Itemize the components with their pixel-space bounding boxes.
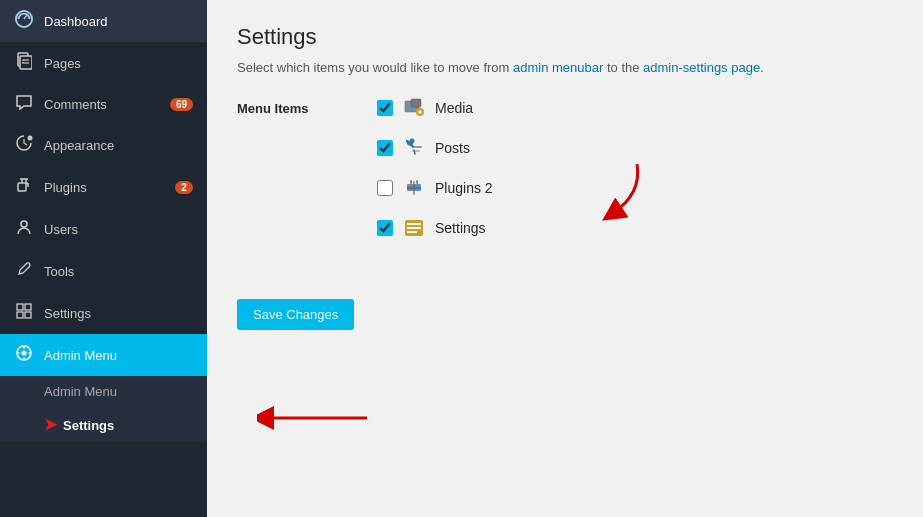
tools-icon — [14, 260, 34, 282]
admin-menu-icon — [14, 344, 34, 366]
sidebar-item-admin-menu-label: Admin Menu — [44, 348, 193, 363]
page-subtitle: Select which items you would like to mov… — [237, 60, 893, 75]
svg-rect-27 — [411, 99, 421, 107]
sidebar-item-appearance-label: Appearance — [44, 138, 193, 153]
svg-rect-7 — [18, 183, 26, 191]
checkbox-row-settings-item: Settings — [377, 217, 493, 239]
admin-menu-submenu: Admin Menu ➤Settings — [0, 376, 207, 442]
checkboxes-list: Media — [377, 97, 493, 239]
svg-point-6 — [28, 136, 33, 141]
dashboard-icon — [14, 10, 34, 32]
sidebar: Dashboard Pages Comments 69 — [0, 0, 207, 517]
save-changes-button[interactable]: Save Changes — [237, 299, 354, 330]
checkbox-posts[interactable] — [377, 140, 393, 156]
settings-icon — [14, 302, 34, 324]
plugins-badge: 2 — [175, 181, 193, 194]
checkbox-plugins2[interactable] — [377, 180, 393, 196]
svg-point-20 — [22, 351, 27, 356]
svg-rect-34 — [407, 184, 414, 191]
svg-rect-37 — [416, 180, 418, 184]
sidebar-item-admin-menu[interactable]: Admin Menu — [0, 334, 207, 376]
arrow-annotation — [557, 159, 647, 227]
plugins-icon — [14, 176, 34, 198]
sidebar-item-settings-label: Settings — [44, 306, 193, 321]
sidebar-item-appearance[interactable]: Appearance — [0, 124, 207, 166]
save-section: Save Changes — [237, 269, 354, 330]
settings-content: Menu Items Media — [237, 97, 893, 239]
checkbox-row-media: Media — [377, 97, 493, 119]
media-icon — [403, 97, 425, 119]
page-title: Settings — [237, 24, 893, 50]
sidebar-item-pages-label: Pages — [44, 56, 193, 71]
menu-items-label: Menu Items — [237, 97, 337, 239]
checkbox-row-posts: Posts — [377, 137, 493, 159]
sidebar-item-users[interactable]: Users — [0, 208, 207, 250]
svg-point-14 — [21, 221, 27, 227]
svg-rect-18 — [25, 312, 31, 318]
submenu-admin-menu[interactable]: Admin Menu — [0, 376, 207, 407]
users-icon — [14, 218, 34, 240]
appearance-icon — [14, 134, 34, 156]
comments-icon — [14, 94, 34, 114]
svg-rect-42 — [407, 231, 417, 233]
pages-icon — [14, 52, 34, 74]
submenu-arrow-icon: ➤ — [44, 415, 57, 434]
checkbox-plugins2-label: Plugins 2 — [435, 180, 493, 196]
svg-rect-31 — [412, 150, 420, 152]
svg-rect-17 — [17, 312, 23, 318]
svg-line-1 — [24, 15, 27, 19]
bottom-sidebar-arrow — [257, 403, 377, 437]
comments-badge: 69 — [170, 98, 193, 111]
sidebar-item-settings[interactable]: Settings — [0, 292, 207, 334]
sidebar-item-comments[interactable]: Comments 69 — [0, 84, 207, 124]
submenu-settings[interactable]: ➤Settings — [0, 407, 207, 442]
checkbox-posts-label: Posts — [435, 140, 470, 156]
main-content: Settings Select which items you would li… — [207, 0, 923, 517]
sidebar-item-plugins-label: Plugins — [44, 180, 165, 195]
checkbox-settings-item-label: Settings — [435, 220, 486, 236]
svg-rect-15 — [17, 304, 23, 310]
svg-rect-16 — [25, 304, 31, 310]
svg-rect-41 — [407, 227, 421, 229]
sidebar-item-tools[interactable]: Tools — [0, 250, 207, 292]
plugins2-icon — [403, 177, 425, 199]
sidebar-item-users-label: Users — [44, 222, 193, 237]
sidebar-item-pages[interactable]: Pages — [0, 42, 207, 84]
checkbox-media[interactable] — [377, 100, 393, 116]
settings-item-icon — [403, 217, 425, 239]
subtitle-link-settings: admin-settings page — [643, 60, 760, 75]
checkbox-row-plugins2: Plugins 2 — [377, 177, 493, 199]
svg-rect-40 — [407, 223, 421, 225]
sidebar-item-tools-label: Tools — [44, 264, 193, 279]
checkbox-media-label: Media — [435, 100, 473, 116]
subtitle-link-menubar: admin menubar — [513, 60, 603, 75]
svg-point-33 — [410, 139, 415, 144]
checkbox-settings-item[interactable] — [377, 220, 393, 236]
svg-rect-36 — [410, 180, 412, 184]
sidebar-item-dashboard-label: Dashboard — [44, 14, 193, 29]
svg-rect-35 — [414, 184, 421, 191]
sidebar-item-dashboard[interactable]: Dashboard — [0, 0, 207, 42]
sidebar-item-comments-label: Comments — [44, 97, 160, 112]
posts-icon — [403, 137, 425, 159]
sidebar-item-plugins[interactable]: Plugins 2 — [0, 166, 207, 208]
